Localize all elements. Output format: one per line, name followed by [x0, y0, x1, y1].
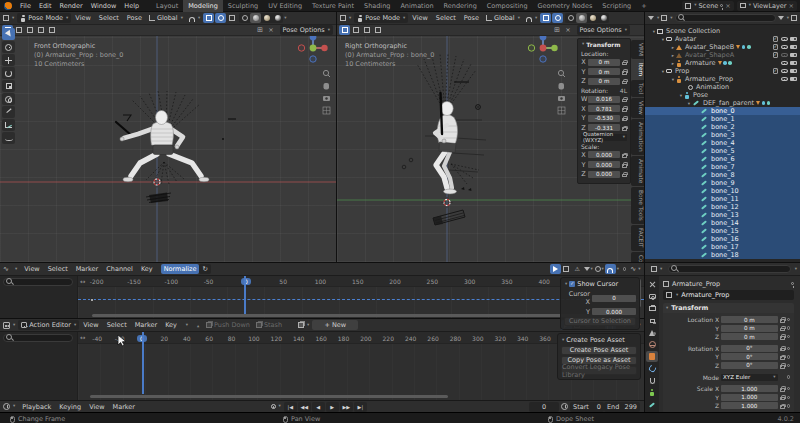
outliner-search-input[interactable] — [675, 14, 776, 22]
pan-icon[interactable]: ↔ — [80, 278, 85, 286]
menu-item[interactable]: Select — [95, 14, 123, 22]
sidebar-tab[interactable]: FACEIT — [631, 225, 644, 251]
menu-item[interactable]: Marker — [131, 321, 161, 329]
tool-option-button[interactable] — [24, 25, 35, 35]
menu-item[interactable]: Window — [87, 2, 121, 10]
eye-icon[interactable] — [781, 37, 788, 42]
new-action-button[interactable]: +New — [312, 320, 358, 330]
outliner-row[interactable]: bone_17 ✓ — [645, 243, 800, 251]
workspace-tab[interactable]: Modeling — [183, 0, 223, 12]
shading-solid-button[interactable] — [250, 13, 261, 23]
outliner-row[interactable]: ▾ Scene Collection ✓ — [645, 27, 800, 35]
menu-item[interactable]: View — [79, 321, 102, 329]
checkbox-icon[interactable]: ✓ — [773, 68, 779, 74]
current-frame-field[interactable]: 0 — [529, 402, 559, 412]
workspace-tab[interactable]: Sculpting — [223, 0, 263, 12]
rotation-mode-dropdown[interactable]: XYZ Euler▾ — [721, 374, 778, 381]
sidebar-tab[interactable]: Item — [631, 60, 644, 79]
sidebar-tab[interactable]: Converter — [631, 252, 644, 262]
location-field[interactable]: 0 m — [588, 59, 620, 66]
editor-type-button[interactable]: ▾ — [0, 13, 17, 23]
rotation-lock-badge[interactable]: 4L — [620, 87, 627, 94]
snap-target-button[interactable] — [540, 13, 551, 23]
outliner-row[interactable]: bone_11 ✓ — [645, 195, 800, 203]
sidebar-tab[interactable]: Tool — [631, 80, 644, 97]
normalize-toggle[interactable]: Normalize — [161, 264, 200, 274]
menu-item[interactable]: Channel — [102, 265, 137, 273]
properties-tab-icon[interactable] — [646, 279, 658, 290]
outliner-row[interactable]: bone_13 ✓ — [645, 211, 800, 219]
only-errors-toggle[interactable]: ⚠ — [572, 264, 583, 274]
properties-tab-icon[interactable] — [646, 375, 658, 386]
viewport-front[interactable]: ▾ Pose Mode▾ ViewSelectPose Global▾ ▾ ▾ — [0, 12, 337, 262]
pin-icon[interactable] — [791, 282, 794, 285]
lock-icon[interactable] — [780, 397, 785, 401]
animate-dot-icon[interactable] — [787, 387, 790, 390]
transport-button[interactable]: |◀ — [284, 402, 297, 412]
lock-icon[interactable] — [622, 118, 627, 122]
menu-item[interactable]: Marker — [109, 403, 139, 411]
pin-icon[interactable] — [720, 4, 723, 7]
outliner-row[interactable]: ▸ Avatar_ShapeB ✓ — [645, 43, 800, 51]
mode-dropdown[interactable]: Pose Mode▾ — [17, 13, 71, 23]
workspace-tab[interactable]: UV Editing — [263, 0, 307, 12]
snap-button[interactable] — [605, 264, 616, 274]
sidebar-tab[interactable]: Animate — [631, 156, 644, 186]
camera-icon[interactable] — [790, 37, 797, 42]
location-field[interactable]: 0 m — [588, 68, 620, 75]
menu-item[interactable]: Keying — [55, 403, 85, 411]
workspace-tab[interactable]: Layout — [151, 0, 183, 12]
workspace-tab[interactable]: Texture Paint — [307, 0, 359, 12]
lock-icon[interactable] — [780, 328, 785, 332]
menu-item[interactable]: Select — [44, 265, 72, 273]
shading-solid-button[interactable] — [576, 13, 587, 23]
lock-icon[interactable] — [622, 62, 627, 66]
viewport-nav-icons[interactable] — [323, 70, 330, 114]
lock-icon[interactable] — [622, 154, 627, 158]
tool-option-button[interactable] — [339, 25, 350, 35]
workspace-tab[interactable]: Geometry Nodes — [533, 0, 598, 12]
outliner-row[interactable]: Animation ✓ — [645, 83, 800, 91]
blender-logo-icon[interactable] — [4, 2, 12, 10]
proportional-edit-button[interactable] — [215, 13, 226, 23]
editor-type-button[interactable]: ▾ — [0, 402, 18, 412]
grid-toggle-button[interactable]: ⊞ — [255, 25, 266, 35]
dope-hscrollbar[interactable] — [90, 395, 448, 398]
tool-option-button[interactable] — [46, 25, 57, 35]
outliner-row[interactable]: bone_6 ✓ — [645, 155, 800, 163]
pan-icon[interactable]: ↔ — [80, 334, 85, 342]
properties-tab-icon[interactable] — [646, 315, 658, 326]
navigation-gizmo[interactable] — [528, 34, 557, 63]
shading-rendered-button[interactable] — [272, 13, 283, 23]
scale-field[interactable]: 0.000 — [588, 161, 620, 168]
tool-option-button[interactable] — [350, 25, 361, 35]
lock-icon[interactable] — [622, 108, 627, 112]
stash-button[interactable]: Stash — [253, 320, 285, 330]
frame-end-field[interactable]: End299 — [604, 402, 640, 412]
location-field[interactable]: 0 m — [588, 78, 620, 85]
toolbar-tool-button[interactable] — [2, 54, 15, 66]
animate-dot-icon[interactable] — [787, 335, 790, 338]
editor-type-button[interactable]: ▾ — [0, 264, 20, 274]
filter-button[interactable]: ▾ — [583, 264, 594, 274]
object-name-field[interactable]: ▾ Armature_Prop — [663, 290, 794, 300]
frame-start-field[interactable]: Start0 — [570, 402, 604, 412]
menu-item[interactable]: View — [85, 403, 108, 411]
outliner-row[interactable]: bone_14 ✓ — [645, 219, 800, 227]
properties-tab-icon[interactable] — [646, 339, 658, 350]
outliner-row[interactable]: bone_2 ✓ — [645, 123, 800, 131]
pose-options-dropdown[interactable]: Pose Options▾ — [577, 25, 630, 35]
eye-icon[interactable] — [781, 45, 788, 50]
animate-dot-icon[interactable] — [787, 347, 790, 350]
new-collection-icon[interactable] — [791, 15, 797, 21]
shading-wireframe-button[interactable] — [565, 13, 576, 23]
outliner-row[interactable]: ▸ Avatar_ShapeA ✓ — [645, 51, 800, 59]
menu-item[interactable]: Edit — [35, 2, 56, 10]
camera-icon[interactable] — [790, 69, 797, 74]
overlays-dropdown[interactable]: ▾ — [284, 16, 286, 21]
panel-title[interactable]: Transform — [586, 41, 620, 48]
proportional-edit-button[interactable] — [552, 13, 563, 23]
navigation-gizmo[interactable] — [298, 34, 327, 63]
properties-tab-icon[interactable] — [646, 291, 658, 302]
normalize-refresh-button[interactable]: ↻ — [199, 264, 210, 274]
